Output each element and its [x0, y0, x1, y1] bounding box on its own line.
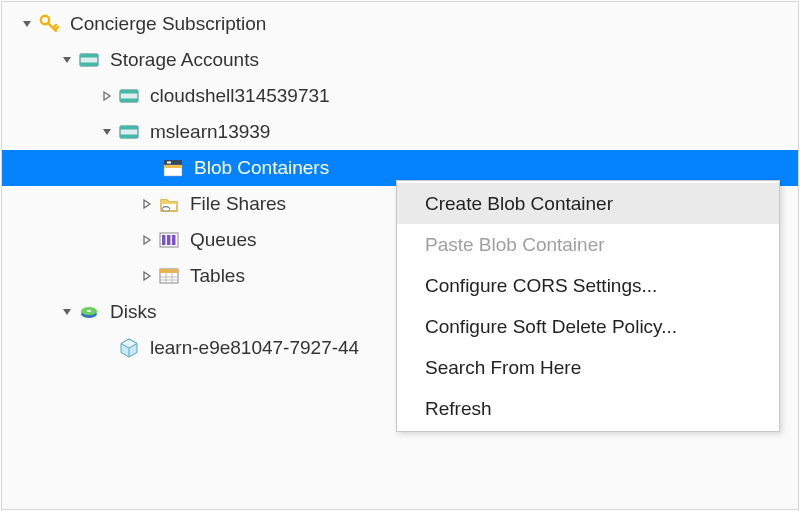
menu-item-configure-soft-delete[interactable]: Configure Soft Delete Policy... — [397, 306, 779, 347]
tree-label: Blob Containers — [194, 157, 329, 179]
chevron-right-icon[interactable] — [100, 89, 114, 103]
tree-label: Queues — [190, 229, 257, 251]
menu-item-search-from-here[interactable]: Search From Here — [397, 347, 779, 388]
menu-item-configure-cors[interactable]: Configure CORS Settings... — [397, 265, 779, 306]
menu-item-label: Configure CORS Settings... — [425, 275, 657, 297]
menu-item-label: Paste Blob Container — [425, 234, 605, 256]
chevron-right-icon[interactable] — [140, 197, 154, 211]
svg-rect-5 — [120, 90, 138, 94]
tree-label: File Shares — [190, 193, 286, 215]
tree-label: learn-e9e81047-7927-44 — [150, 337, 359, 359]
svg-rect-2 — [80, 54, 98, 58]
key-icon — [38, 13, 60, 35]
queues-icon — [158, 229, 180, 251]
svg-rect-20 — [160, 269, 178, 273]
disks-icon — [78, 301, 100, 323]
chevron-down-icon[interactable] — [20, 17, 34, 31]
svg-point-27 — [87, 310, 91, 312]
menu-item-label: Create Blob Container — [425, 193, 613, 215]
tree-label: mslearn13939 — [150, 121, 270, 143]
tables-icon — [158, 265, 180, 287]
tree-label: Disks — [110, 301, 156, 323]
chevron-right-icon[interactable] — [140, 233, 154, 247]
menu-item-refresh[interactable]: Refresh — [397, 388, 779, 429]
file-shares-icon — [158, 193, 180, 215]
blob-container-icon — [162, 157, 184, 179]
storage-account-icon — [78, 49, 100, 71]
tree-row-subscription[interactable]: Concierge Subscription — [2, 6, 798, 42]
tree-row-account-mslearn[interactable]: mslearn13939 — [2, 114, 798, 150]
storage-account-icon — [118, 121, 140, 143]
tree-label: Tables — [190, 265, 245, 287]
svg-rect-3 — [80, 63, 98, 67]
menu-item-label: Configure Soft Delete Policy... — [425, 316, 677, 338]
storage-account-icon — [118, 85, 140, 107]
svg-rect-8 — [120, 126, 138, 130]
menu-item-paste-blob-container: Paste Blob Container — [397, 224, 779, 265]
svg-rect-16 — [162, 235, 166, 245]
chevron-down-icon[interactable] — [60, 53, 74, 67]
chevron-down-icon[interactable] — [100, 125, 114, 139]
tree-row-account-cloudshell[interactable]: cloudshell314539731 — [2, 78, 798, 114]
svg-rect-13 — [164, 165, 182, 168]
tree-label: Storage Accounts — [110, 49, 259, 71]
svg-rect-18 — [172, 235, 176, 245]
svg-rect-17 — [167, 235, 171, 245]
menu-item-create-blob-container[interactable]: Create Blob Container — [397, 183, 779, 224]
menu-item-label: Search From Here — [425, 357, 581, 379]
context-menu: Create Blob Container Paste Blob Contain… — [396, 180, 780, 432]
chevron-down-icon[interactable] — [60, 305, 74, 319]
svg-rect-9 — [120, 135, 138, 139]
chevron-right-icon[interactable] — [140, 269, 154, 283]
tree-row-storage-accounts[interactable]: Storage Accounts — [2, 42, 798, 78]
menu-item-label: Refresh — [425, 398, 492, 420]
svg-rect-6 — [120, 99, 138, 103]
svg-rect-10 — [164, 160, 182, 165]
explorer-panel: Concierge Subscription Storage Accounts — [1, 1, 799, 510]
tree-label: Concierge Subscription — [70, 13, 266, 35]
disk-icon — [118, 337, 140, 359]
svg-rect-11 — [167, 162, 171, 164]
tree-label: cloudshell314539731 — [150, 85, 330, 107]
